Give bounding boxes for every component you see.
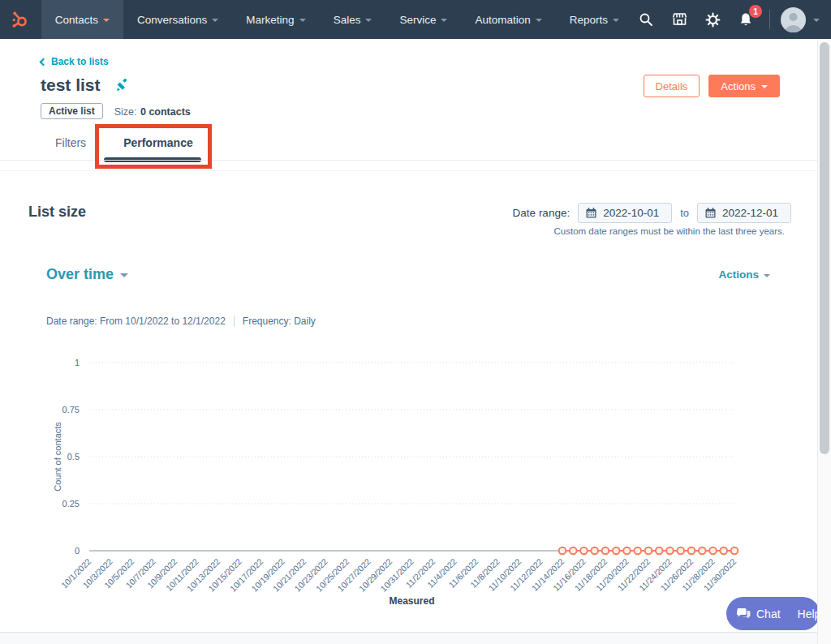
svg-text:0.25: 0.25 xyxy=(62,499,80,509)
help-button[interactable]: Help xyxy=(789,597,820,630)
date-range-label: Date range: xyxy=(513,207,571,219)
vertical-scrollbar[interactable] xyxy=(817,39,831,644)
hubspot-sprocket-icon xyxy=(11,10,30,29)
actions-button[interactable]: Actions xyxy=(708,75,780,97)
nav-item-reports[interactable]: Reports xyxy=(556,0,633,39)
meta-divider xyxy=(234,316,235,327)
nav-item-label: Conversations xyxy=(137,14,207,26)
nav-item-label: Sales xyxy=(334,14,361,26)
nav-divider xyxy=(769,10,770,29)
chart-actions-label: Actions xyxy=(718,268,759,281)
chevron-down-icon xyxy=(103,19,110,22)
date-range-controls: Date range: 2022-10-01 to 2022-12-01 xyxy=(513,203,791,223)
chat-bubble-icon xyxy=(737,608,751,620)
svg-text:1: 1 xyxy=(75,358,80,367)
search-icon[interactable] xyxy=(633,6,659,32)
nav-item-label: Marketing xyxy=(246,14,294,26)
tab-bottom-border xyxy=(0,160,817,161)
chevron-left-icon xyxy=(40,58,48,67)
details-button[interactable]: Details xyxy=(644,75,700,97)
settings-gear-icon[interactable] xyxy=(700,6,726,32)
back-to-lists-link[interactable]: Back to lists xyxy=(41,56,109,67)
hubspot-list-performance-page: Contacts Conversations Marketing Sales S… xyxy=(0,0,831,644)
nav-item-label: Reports xyxy=(570,14,608,26)
top-nav: Contacts Conversations Marketing Sales S… xyxy=(0,0,831,39)
actions-button-label: Actions xyxy=(721,80,756,92)
hubspot-logo-icon[interactable] xyxy=(0,0,41,39)
help-label: Help xyxy=(798,608,820,620)
svg-text:0.5: 0.5 xyxy=(67,452,80,462)
chevron-down-icon xyxy=(764,274,770,277)
chevron-down-icon xyxy=(365,19,372,22)
chat-button[interactable]: Chat xyxy=(726,597,789,630)
chart-meta-daterange: Date range: From 10/1/2022 to 12/1/2022 xyxy=(46,316,226,327)
list-size-chart: 00.250.50.751Count of contacts10/1/20221… xyxy=(49,349,747,620)
chevron-down-icon xyxy=(120,273,128,277)
account-chevron-down-icon[interactable] xyxy=(813,19,820,22)
nav-item-automation[interactable]: Automation xyxy=(461,0,555,39)
chevron-down-icon xyxy=(613,19,619,22)
chevron-down-icon xyxy=(441,19,447,22)
nav-utility-area: 1 xyxy=(633,0,831,39)
svg-text:0.75: 0.75 xyxy=(62,405,80,414)
back-link-label: Back to lists xyxy=(51,56,109,67)
nav-item-label: Automation xyxy=(475,14,530,26)
primary-nav-items: Contacts Conversations Marketing Sales S… xyxy=(41,0,633,39)
tab-performance[interactable]: Performance xyxy=(101,130,216,156)
chart-actions-dropdown[interactable]: Actions xyxy=(718,268,770,281)
start-date-value: 2022-10-01 xyxy=(603,207,659,219)
calendar-icon xyxy=(705,208,716,218)
scrollbar-thumb[interactable] xyxy=(820,42,829,454)
size-value: 0 contacts xyxy=(140,106,191,118)
calendar-icon xyxy=(586,208,596,218)
chevron-down-icon xyxy=(299,19,306,22)
end-date-input[interactable]: 2022-12-01 xyxy=(697,203,791,223)
notification-count-badge: 1 xyxy=(749,5,762,18)
chart-meta-line: Date range: From 10/1/2022 to 12/1/2022 … xyxy=(46,316,316,327)
line-chart-canvas: 00.250.50.751Count of contacts10/1/20221… xyxy=(49,349,747,616)
title-row: test list xyxy=(41,75,129,95)
list-size-heading: List size xyxy=(28,204,86,221)
chevron-down-icon xyxy=(212,19,218,22)
start-date-input[interactable]: 2022-10-01 xyxy=(578,203,672,223)
nav-item-sales[interactable]: Sales xyxy=(320,0,386,39)
svg-text:Count of contacts: Count of contacts xyxy=(53,422,62,492)
section-border xyxy=(0,170,817,171)
over-time-label: Over time xyxy=(46,266,114,283)
list-meta-row: Active list Size: 0 contacts xyxy=(41,103,191,119)
over-time-dropdown[interactable]: Over time xyxy=(46,266,128,283)
page-title: test list xyxy=(41,75,101,95)
notifications-bell-icon[interactable]: 1 xyxy=(733,6,759,32)
size-label: Size: xyxy=(114,106,137,118)
nav-item-marketing[interactable]: Marketing xyxy=(232,0,319,39)
date-range-hint: Custom date ranges must be within the la… xyxy=(554,226,785,236)
list-type-badge: Active list xyxy=(41,103,103,119)
svg-text:Measured: Measured xyxy=(389,595,434,607)
date-range-to-label: to xyxy=(680,207,689,219)
nav-item-label: Service xyxy=(399,14,436,26)
nav-item-conversations[interactable]: Conversations xyxy=(123,0,232,39)
list-size-summary: Size: 0 contacts xyxy=(114,104,191,118)
nav-item-service[interactable]: Service xyxy=(385,0,461,39)
person-icon xyxy=(781,7,806,32)
footer-strip xyxy=(0,632,817,644)
end-date-value: 2022-12-01 xyxy=(722,207,778,219)
nav-item-label: Contacts xyxy=(55,14,98,26)
chevron-down-icon xyxy=(536,19,542,22)
help-widget: Chat Help xyxy=(726,597,820,630)
tab-bar: Filters Performance xyxy=(41,130,216,156)
svg-text:0: 0 xyxy=(75,546,80,556)
header-buttons: Details Actions xyxy=(644,75,780,97)
nav-item-contacts[interactable]: Contacts xyxy=(41,0,123,39)
chevron-down-icon xyxy=(761,85,768,88)
chart-meta-frequency: Frequency: Daily xyxy=(243,316,316,327)
user-avatar[interactable] xyxy=(781,7,806,32)
marketplace-icon[interactable] xyxy=(666,6,692,32)
chat-label: Chat xyxy=(756,608,781,620)
tab-filters[interactable]: Filters xyxy=(41,130,101,156)
edit-pencil-icon[interactable] xyxy=(115,79,129,92)
